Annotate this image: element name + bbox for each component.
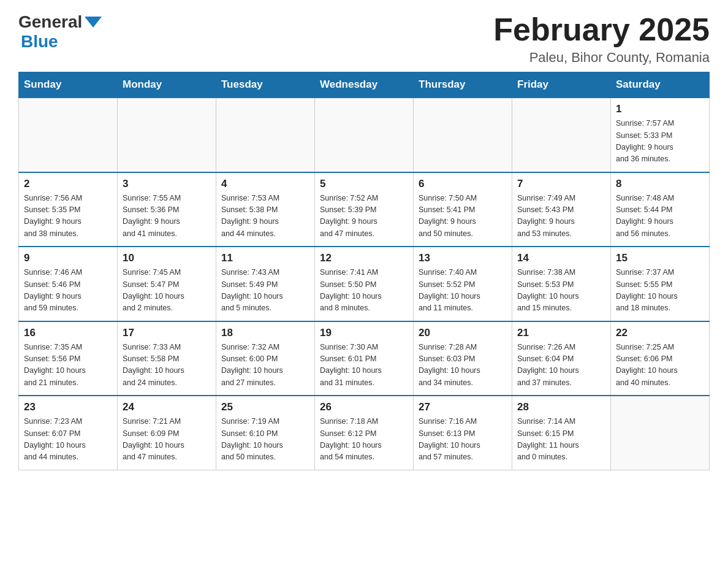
calendar-day-header: Tuesday <box>216 72 315 98</box>
day-info: Sunrise: 7:55 AM Sunset: 5:36 PM Dayligh… <box>123 193 211 240</box>
day-info: Sunrise: 7:23 AM Sunset: 6:07 PM Dayligh… <box>24 416 112 464</box>
day-info: Sunrise: 7:28 AM Sunset: 6:03 PM Dayligh… <box>419 342 507 389</box>
calendar-day-cell: 9Sunrise: 7:46 AM Sunset: 5:46 PM Daylig… <box>19 247 118 321</box>
calendar-day-cell: 12Sunrise: 7:41 AM Sunset: 5:50 PM Dayli… <box>315 247 414 321</box>
day-number: 19 <box>320 327 408 339</box>
day-info: Sunrise: 7:33 AM Sunset: 5:58 PM Dayligh… <box>123 342 211 389</box>
calendar-day-header: Saturday <box>611 72 710 98</box>
calendar-header-row: SundayMondayTuesdayWednesdayThursdayFrid… <box>19 72 710 98</box>
day-number: 18 <box>221 327 309 339</box>
day-info: Sunrise: 7:46 AM Sunset: 5:46 PM Dayligh… <box>24 267 112 315</box>
calendar-day-header: Wednesday <box>315 72 414 98</box>
calendar-day-cell: 11Sunrise: 7:43 AM Sunset: 5:49 PM Dayli… <box>216 247 315 321</box>
day-info: Sunrise: 7:16 AM Sunset: 6:13 PM Dayligh… <box>419 416 507 464</box>
calendar-day-cell: 19Sunrise: 7:30 AM Sunset: 6:01 PM Dayli… <box>315 321 414 396</box>
calendar-day-cell: 21Sunrise: 7:26 AM Sunset: 6:04 PM Dayli… <box>512 321 611 396</box>
day-number: 7 <box>517 178 605 190</box>
day-info: Sunrise: 7:49 AM Sunset: 5:43 PM Dayligh… <box>517 193 605 240</box>
logo-general-text: General <box>18 12 82 32</box>
calendar-day-cell: 2Sunrise: 7:56 AM Sunset: 5:35 PM Daylig… <box>19 172 118 247</box>
day-info: Sunrise: 7:52 AM Sunset: 5:39 PM Dayligh… <box>320 193 408 240</box>
calendar-day-cell: 14Sunrise: 7:38 AM Sunset: 5:53 PM Dayli… <box>512 247 611 321</box>
calendar-day-cell: 28Sunrise: 7:14 AM Sunset: 6:15 PM Dayli… <box>512 396 611 470</box>
calendar-day-cell: 16Sunrise: 7:35 AM Sunset: 5:56 PM Dayli… <box>19 321 118 396</box>
calendar-day-cell <box>216 98 315 172</box>
calendar-day-cell <box>315 98 414 172</box>
day-info: Sunrise: 7:45 AM Sunset: 5:47 PM Dayligh… <box>123 267 211 315</box>
calendar-day-cell: 1Sunrise: 7:57 AM Sunset: 5:33 PM Daylig… <box>611 98 710 172</box>
logo-arrow-icon <box>85 17 102 28</box>
calendar-day-cell: 26Sunrise: 7:18 AM Sunset: 6:12 PM Dayli… <box>315 396 414 470</box>
page-header: General Blue February 2025 Paleu, Bihor … <box>18 12 710 66</box>
day-info: Sunrise: 7:50 AM Sunset: 5:41 PM Dayligh… <box>419 193 507 240</box>
logo-blue-text: Blue <box>21 32 58 52</box>
day-number: 26 <box>320 401 408 413</box>
calendar-day-cell: 25Sunrise: 7:19 AM Sunset: 6:10 PM Dayli… <box>216 396 315 470</box>
day-info: Sunrise: 7:21 AM Sunset: 6:09 PM Dayligh… <box>123 416 211 464</box>
calendar-day-cell: 20Sunrise: 7:28 AM Sunset: 6:03 PM Dayli… <box>414 321 512 396</box>
calendar-day-cell <box>611 396 710 470</box>
calendar-day-cell: 23Sunrise: 7:23 AM Sunset: 6:07 PM Dayli… <box>19 396 118 470</box>
calendar-day-cell: 5Sunrise: 7:52 AM Sunset: 5:39 PM Daylig… <box>315 172 414 247</box>
calendar-week-row: 2Sunrise: 7:56 AM Sunset: 5:35 PM Daylig… <box>19 172 710 247</box>
calendar-day-header: Sunday <box>19 72 118 98</box>
day-info: Sunrise: 7:43 AM Sunset: 5:49 PM Dayligh… <box>221 267 309 315</box>
day-number: 16 <box>24 327 112 339</box>
day-number: 28 <box>517 401 605 413</box>
day-info: Sunrise: 7:57 AM Sunset: 5:33 PM Dayligh… <box>616 118 704 166</box>
calendar-day-cell: 15Sunrise: 7:37 AM Sunset: 5:55 PM Dayli… <box>611 247 710 321</box>
day-number: 23 <box>24 401 112 413</box>
calendar-day-header: Thursday <box>414 72 512 98</box>
day-number: 12 <box>320 252 408 264</box>
day-number: 20 <box>419 327 507 339</box>
calendar-week-row: 9Sunrise: 7:46 AM Sunset: 5:46 PM Daylig… <box>19 247 710 321</box>
day-number: 11 <box>221 252 309 264</box>
day-number: 2 <box>24 178 112 190</box>
day-info: Sunrise: 7:26 AM Sunset: 6:04 PM Dayligh… <box>517 342 605 389</box>
calendar-day-header: Monday <box>118 72 216 98</box>
calendar-day-cell: 8Sunrise: 7:48 AM Sunset: 5:44 PM Daylig… <box>611 172 710 247</box>
day-info: Sunrise: 7:19 AM Sunset: 6:10 PM Dayligh… <box>221 416 309 464</box>
title-section: February 2025 Paleu, Bihor County, Roman… <box>493 12 710 66</box>
day-info: Sunrise: 7:41 AM Sunset: 5:50 PM Dayligh… <box>320 267 408 315</box>
day-info: Sunrise: 7:25 AM Sunset: 6:06 PM Dayligh… <box>616 342 704 389</box>
day-info: Sunrise: 7:48 AM Sunset: 5:44 PM Dayligh… <box>616 193 704 240</box>
calendar-day-cell: 22Sunrise: 7:25 AM Sunset: 6:06 PM Dayli… <box>611 321 710 396</box>
day-number: 4 <box>221 178 309 190</box>
calendar-day-cell: 3Sunrise: 7:55 AM Sunset: 5:36 PM Daylig… <box>118 172 216 247</box>
day-info: Sunrise: 7:37 AM Sunset: 5:55 PM Dayligh… <box>616 267 704 315</box>
day-info: Sunrise: 7:53 AM Sunset: 5:38 PM Dayligh… <box>221 193 309 240</box>
day-number: 27 <box>419 401 507 413</box>
day-number: 1 <box>616 103 704 115</box>
day-number: 6 <box>419 178 507 190</box>
day-number: 13 <box>419 252 507 264</box>
calendar-day-header: Friday <box>512 72 611 98</box>
day-number: 21 <box>517 327 605 339</box>
logo: General Blue <box>18 12 102 52</box>
day-number: 15 <box>616 252 704 264</box>
calendar-day-cell <box>414 98 512 172</box>
calendar-week-row: 1Sunrise: 7:57 AM Sunset: 5:33 PM Daylig… <box>19 98 710 172</box>
month-title: February 2025 <box>493 12 710 47</box>
calendar-day-cell: 17Sunrise: 7:33 AM Sunset: 5:58 PM Dayli… <box>118 321 216 396</box>
day-number: 22 <box>616 327 704 339</box>
day-info: Sunrise: 7:38 AM Sunset: 5:53 PM Dayligh… <box>517 267 605 315</box>
day-number: 25 <box>221 401 309 413</box>
day-info: Sunrise: 7:35 AM Sunset: 5:56 PM Dayligh… <box>24 342 112 389</box>
calendar-day-cell: 24Sunrise: 7:21 AM Sunset: 6:09 PM Dayli… <box>118 396 216 470</box>
day-number: 9 <box>24 252 112 264</box>
day-number: 3 <box>123 178 211 190</box>
day-info: Sunrise: 7:18 AM Sunset: 6:12 PM Dayligh… <box>320 416 408 464</box>
calendar-day-cell: 7Sunrise: 7:49 AM Sunset: 5:43 PM Daylig… <box>512 172 611 247</box>
location-subtitle: Paleu, Bihor County, Romania <box>493 50 710 66</box>
day-number: 14 <box>517 252 605 264</box>
day-info: Sunrise: 7:30 AM Sunset: 6:01 PM Dayligh… <box>320 342 408 389</box>
calendar-day-cell: 10Sunrise: 7:45 AM Sunset: 5:47 PM Dayli… <box>118 247 216 321</box>
calendar-week-row: 16Sunrise: 7:35 AM Sunset: 5:56 PM Dayli… <box>19 321 710 396</box>
calendar-day-cell <box>118 98 216 172</box>
calendar-day-cell: 4Sunrise: 7:53 AM Sunset: 5:38 PM Daylig… <box>216 172 315 247</box>
day-number: 5 <box>320 178 408 190</box>
calendar-day-cell: 13Sunrise: 7:40 AM Sunset: 5:52 PM Dayli… <box>414 247 512 321</box>
calendar-day-cell <box>19 98 118 172</box>
day-info: Sunrise: 7:14 AM Sunset: 6:15 PM Dayligh… <box>517 416 605 464</box>
